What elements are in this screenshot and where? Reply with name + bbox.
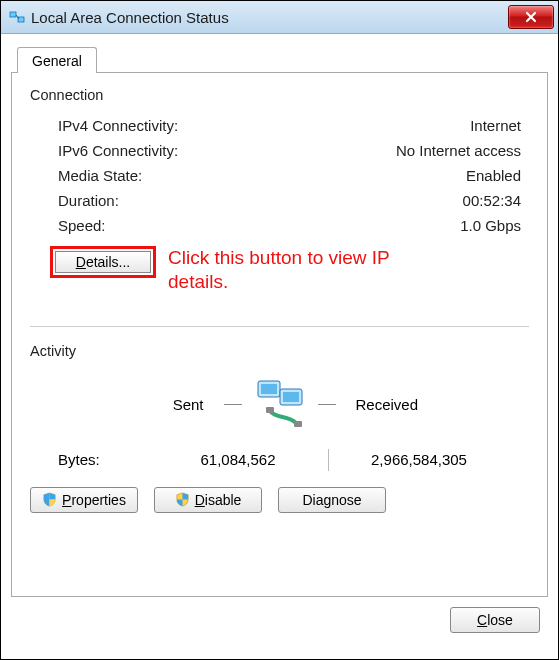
activity-group-label: Activity (30, 343, 529, 359)
connection-group-label: Connection (30, 87, 529, 103)
duration-row: Duration: 00:52:34 (30, 188, 529, 213)
svg-rect-7 (294, 421, 302, 427)
annotation-highlight-box: Details... (50, 246, 156, 278)
disable-label-rest: isable (205, 492, 242, 508)
duration-label: Duration: (58, 192, 119, 209)
ipv4-row: IPv4 Connectivity: Internet (30, 113, 529, 138)
received-label: Received (346, 396, 466, 413)
svg-rect-0 (10, 12, 16, 17)
media-label: Media State: (58, 167, 142, 184)
window-title: Local Area Connection Status (31, 9, 229, 26)
shield-icon (42, 492, 57, 507)
bottom-button-row: Properties Disable Diagnose (30, 471, 529, 513)
annotation-text: Click this button to view IP details. (168, 246, 438, 294)
disable-button[interactable]: Disable (154, 487, 262, 513)
titlebar: Local Area Connection Status (1, 1, 558, 34)
svg-rect-1 (18, 17, 24, 22)
bytes-label: Bytes: (58, 451, 148, 468)
speed-value: 1.0 Gbps (460, 217, 521, 234)
media-value: Enabled (466, 167, 521, 184)
diagnose-button[interactable]: Diagnose (278, 487, 386, 513)
bytes-sent-value: 61,084,562 (148, 451, 328, 468)
dash-left (224, 404, 242, 405)
tab-strip: General (17, 46, 548, 72)
network-activity-icon (252, 379, 308, 431)
connection-group: IPv4 Connectivity: Internet IPv6 Connect… (30, 113, 529, 327)
tab-panel: Connection IPv4 Connectivity: Internet I… (11, 72, 548, 597)
dialog-content: General Connection IPv4 Connectivity: In… (1, 34, 558, 643)
bytes-received-value: 2,966,584,305 (329, 451, 509, 468)
details-button-label-rest: etails... (86, 254, 130, 270)
details-button[interactable]: Details... (55, 251, 151, 273)
properties-label-rest: roperties (71, 492, 125, 508)
svg-rect-6 (266, 407, 274, 413)
svg-rect-3 (261, 384, 277, 394)
activity-group: Sent Received Bytes: (30, 369, 529, 471)
ipv6-value: No Internet access (396, 142, 521, 159)
close-icon (525, 11, 537, 23)
sent-label: Sent (94, 396, 214, 413)
speed-row: Speed: 1.0 Gbps (30, 213, 529, 238)
properties-button[interactable]: Properties (30, 487, 138, 513)
dash-right (318, 404, 336, 405)
details-row: Details... Click this button to view IP … (30, 238, 529, 294)
media-row: Media State: Enabled (30, 163, 529, 188)
bytes-row: Bytes: 61,084,562 2,966,584,305 (30, 439, 529, 471)
window-close-button[interactable] (508, 5, 554, 29)
close-button[interactable]: Close (450, 607, 540, 633)
activity-header: Sent Received (30, 369, 529, 439)
svg-rect-5 (283, 392, 299, 402)
tab-general[interactable]: General (17, 47, 97, 73)
close-label-rest: lose (487, 612, 513, 628)
ipv6-label: IPv6 Connectivity: (58, 142, 178, 159)
network-window-icon (9, 9, 25, 25)
duration-value: 00:52:34 (463, 192, 521, 209)
dialog-footer: Close (11, 597, 548, 633)
ipv6-row: IPv6 Connectivity: No Internet access (30, 138, 529, 163)
ipv4-value: Internet (470, 117, 521, 134)
shield-icon (175, 492, 190, 507)
ipv4-label: IPv4 Connectivity: (58, 117, 178, 134)
speed-label: Speed: (58, 217, 106, 234)
